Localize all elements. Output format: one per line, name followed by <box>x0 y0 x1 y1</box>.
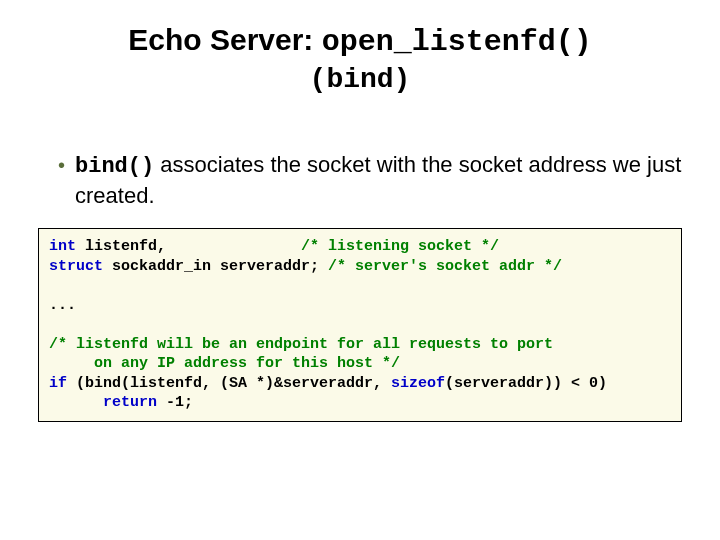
bullet-rest: associates the socket with the socket ad… <box>75 152 681 208</box>
code-text: ... <box>49 297 76 314</box>
subtitle-text: (bind) <box>310 64 411 95</box>
title-mono: open_listenfd() <box>322 25 592 59</box>
code-indent <box>49 394 103 411</box>
bullet-mono: bind() <box>75 154 154 179</box>
bullet-text: bind() associates the socket with the so… <box>75 151 690 210</box>
code-comment: /* server's socket addr */ <box>328 258 562 275</box>
code-kw: sizeof <box>391 375 445 392</box>
code-kw: struct <box>49 258 103 275</box>
code-text: sockaddr_in serveraddr; <box>103 258 328 275</box>
code-text: (serveraddr)) < 0) <box>445 375 607 392</box>
slide-title: Echo Server: open_listenfd() <box>30 22 690 60</box>
code-comment: /* listening socket */ <box>301 238 499 255</box>
code-comment: on any IP address for this host */ <box>49 355 400 372</box>
code-block: int listenfd, /* listening socket */ str… <box>38 228 682 422</box>
code-comment: /* listenfd will be an endpoint for all … <box>49 336 553 353</box>
code-text: -1; <box>157 394 193 411</box>
bullet-row: • bind() associates the socket with the … <box>30 151 690 210</box>
code-kw: return <box>103 394 157 411</box>
code-kw: if <box>49 375 67 392</box>
slide-subtitle: (bind) <box>30 62 690 95</box>
code-kw: int <box>49 238 76 255</box>
title-text: Echo Server: <box>128 23 321 56</box>
code-text: (bind(listenfd, (SA *)&serveraddr, <box>67 375 391 392</box>
slide: Echo Server: open_listenfd() (bind) • bi… <box>0 0 720 540</box>
bullet-icon: • <box>58 154 65 176</box>
code-text: listenfd, <box>76 238 301 255</box>
